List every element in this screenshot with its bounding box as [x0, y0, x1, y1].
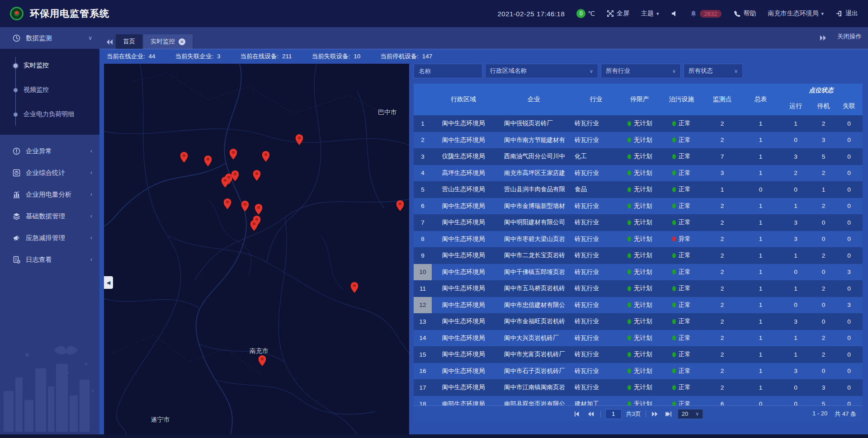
cell-treatment-facility: 正常 [660, 181, 703, 198]
map-pin-icon[interactable] [250, 220, 258, 231]
cell-stopped: 3 [811, 379, 835, 396]
user-dropdown[interactable]: 南充市生态环境局▾ [768, 9, 824, 18]
help-button[interactable]: 帮助 [733, 9, 756, 18]
cell-company: 阆中市五马桥页岩机砖 [495, 280, 573, 297]
sidebar-item-4[interactable]: 基础数据管理‹ [0, 205, 99, 227]
map-pin-icon[interactable] [255, 204, 263, 215]
sidebar-item-5[interactable]: 应急减排管理‹ [0, 227, 99, 249]
cell-industry: 砖瓦行业 [573, 313, 619, 330]
map-city-label: 巴中市 [378, 108, 397, 117]
table-row[interactable]: 15阆中生态环境局阆中市光富页岩机砖厂砖瓦行业无计划正常21120 [414, 346, 863, 363]
table-row[interactable]: 5营山生态环境局营山县润丰肉食品有限食品无计划正常10010 [414, 181, 863, 198]
map-pin-icon[interactable] [180, 152, 188, 163]
tab-0[interactable]: 首页 [116, 34, 142, 49]
prev-page-icon[interactable] [587, 410, 596, 419]
table-row[interactable]: 10阆中生态环境局阆中千佛镇五郎垭页岩砖瓦行业无计划正常21003 [414, 264, 863, 281]
sidebar-item-0[interactable]: 数据监测∨ [0, 27, 99, 49]
cell-limit-production: 无计划 [619, 115, 660, 132]
table-row[interactable]: 3仪陇生态环境局西南油气田分公司川中化工无计划正常71350 [414, 148, 863, 165]
cell-offline: 3 [835, 264, 863, 281]
tab-1[interactable]: 实时监控✕ [143, 34, 193, 49]
name-filter-field[interactable] [414, 64, 482, 78]
last-page-icon[interactable] [664, 410, 673, 419]
status-filter-select[interactable]: 所有状态∨ [684, 64, 743, 78]
page-size-select[interactable]: 20∨ [678, 409, 703, 419]
logout-button[interactable]: 退出 [835, 9, 858, 18]
cell-stopped: 2 [811, 280, 835, 297]
sidebar-item-label: 企业异常 [26, 147, 52, 155]
map-pin-icon[interactable] [262, 151, 269, 162]
table-row[interactable]: 8阆中生态环境局阆中市枣碧大梁山页岩砖瓦行业无计划异常21300 [414, 231, 863, 248]
name-filter-input[interactable] [419, 68, 477, 75]
cell-stopped: 2 [811, 346, 835, 363]
sidebar-item-3[interactable]: 企业用电量分析‹ [0, 184, 99, 205]
map-pin-icon[interactable] [223, 198, 231, 209]
sidebar-item-1[interactable]: 企业异常‹ [0, 140, 99, 162]
table-row[interactable]: 9阆中生态环境局阆中市二龙长宝页岩砖砖瓦行业无计划正常21120 [414, 247, 863, 264]
map-pin-icon[interactable] [396, 200, 404, 211]
cell-limit-production: 无计划 [619, 214, 660, 231]
region-filter-select[interactable]: 行政区域名称∨ [485, 64, 598, 78]
map-pin-icon[interactable] [351, 282, 359, 293]
chevron-down-icon: ▾ [656, 11, 659, 17]
table-row[interactable]: 14阆中生态环境局阆中大兴页岩机砖厂砖瓦行业无计划正常21120 [414, 330, 863, 347]
map-pin-icon[interactable] [204, 155, 212, 166]
first-page-icon[interactable] [573, 410, 582, 419]
table-row[interactable]: 13阆中生态环境局阆中市金福旺页岩机砖砖瓦行业无计划正常21300 [414, 313, 863, 330]
tabs-scroll-right-icon[interactable] [817, 27, 829, 49]
cell-industry: 砖瓦行业 [573, 132, 619, 149]
fullscreen-button[interactable]: 全屏 [607, 9, 629, 18]
map-pin-icon[interactable] [241, 201, 249, 212]
map-pin-icon[interactable] [230, 149, 237, 160]
table-row[interactable]: 2阆中生态环境局阆中市南方节能建材有砖瓦行业无计划正常21030 [414, 132, 863, 149]
table-row[interactable]: 16阆中生态环境局阆中市石子页岩机砖厂砖瓦行业无计划正常21300 [414, 363, 863, 380]
map-pin-icon[interactable] [296, 134, 303, 145]
col-index [414, 84, 432, 115]
col-point-status: 点位状态 [780, 84, 863, 97]
page-number-input[interactable]: 1 [605, 409, 622, 419]
table-row[interactable]: 6阆中生态环境局阆中市金博瑞新型墙材砖瓦行业无计划正常21120 [414, 198, 863, 215]
close-operations-button[interactable]: 关闭操作 [837, 33, 862, 44]
cell-industry: 砖瓦行业 [573, 280, 619, 297]
sidebar-item-label: 基础数据管理 [26, 212, 65, 221]
sidebar-subitem-1[interactable]: 视频监控 [0, 78, 99, 102]
tab-close-icon[interactable]: ✕ [179, 38, 185, 45]
table-row[interactable]: 18南部生态环境局南部县双华页岩有限公建材加工无计划正常60050 [414, 396, 863, 406]
notifications[interactable]: 2632 [690, 10, 722, 18]
notification-count-badge: 2632 [700, 10, 722, 18]
cell-offline: 0 [835, 379, 863, 396]
col-region: 行政区域 [432, 84, 495, 115]
cell-limit-production: 无计划 [619, 148, 660, 165]
table-row[interactable]: 12阆中生态环境局阆中市忠信建材有限公砖瓦行业无计划正常21003 [414, 297, 863, 314]
chevron-down-icon: ∨ [672, 68, 676, 74]
table-body: 1阆中生态环境局阆中强锐页岩砖厂砖瓦行业无计划正常211202阆中生态环境局阆中… [414, 115, 863, 405]
sidebar-item-6[interactable]: 日志查看‹ [0, 249, 99, 270]
sound-mute-button[interactable] [671, 10, 678, 17]
col-running: 运行 [780, 97, 811, 115]
sidebar: 数据监测∨实时监控视频监控企业电力负荷明细企业异常‹企业综合统计‹企业用电量分析… [0, 27, 99, 434]
table-row[interactable]: 11阆中生态环境局阆中市五马桥页岩机砖砖瓦行业无计划正常21120 [414, 280, 863, 297]
map-panel[interactable]: 巴中市南充市遂宁市 ◀ [104, 64, 409, 434]
status-dot-green [627, 302, 631, 307]
table-row[interactable]: 17阆中生态环境局阆中市江南镇阆南页岩砖瓦行业无计划正常21030 [414, 379, 863, 396]
theme-dropdown[interactable]: 主题▾ [641, 9, 659, 18]
logout-icon [835, 10, 843, 17]
map-pin-icon[interactable] [259, 355, 266, 366]
industry-filter-select[interactable]: 所有行业∨ [601, 64, 681, 78]
table-row[interactable]: 4高坪生态环境局南充市高坪区王家店建砖瓦行业无计划正常31220 [414, 165, 863, 182]
cell-master-meter: 1 [741, 148, 780, 165]
sidebar-item-2[interactable]: 企业综合统计‹ [0, 162, 99, 184]
map-pin-icon[interactable] [231, 170, 239, 181]
sidebar-subitem-2[interactable]: 企业电力负荷明细 [0, 102, 99, 127]
map-pin-icon[interactable] [221, 177, 229, 188]
cell-industry: 砖瓦行业 [573, 330, 619, 347]
tabs-scroll-left-icon[interactable] [104, 35, 116, 49]
table-row[interactable]: 1阆中生态环境局阆中强锐页岩砖厂砖瓦行业无计划正常21120 [414, 115, 863, 132]
sidebar-subitem-0[interactable]: 实时监控 [0, 53, 99, 78]
cell-region: 高坪生态环境局 [432, 165, 495, 182]
sidebar-collapse-button[interactable]: ◀ [104, 276, 113, 289]
cell-offline: 0 [835, 231, 863, 248]
table-row[interactable]: 7阆中生态环境局阆中明阳建材有限公司砖瓦行业无计划正常21300 [414, 214, 863, 231]
map-pin-icon[interactable] [253, 170, 261, 181]
next-page-icon[interactable] [651, 410, 660, 419]
